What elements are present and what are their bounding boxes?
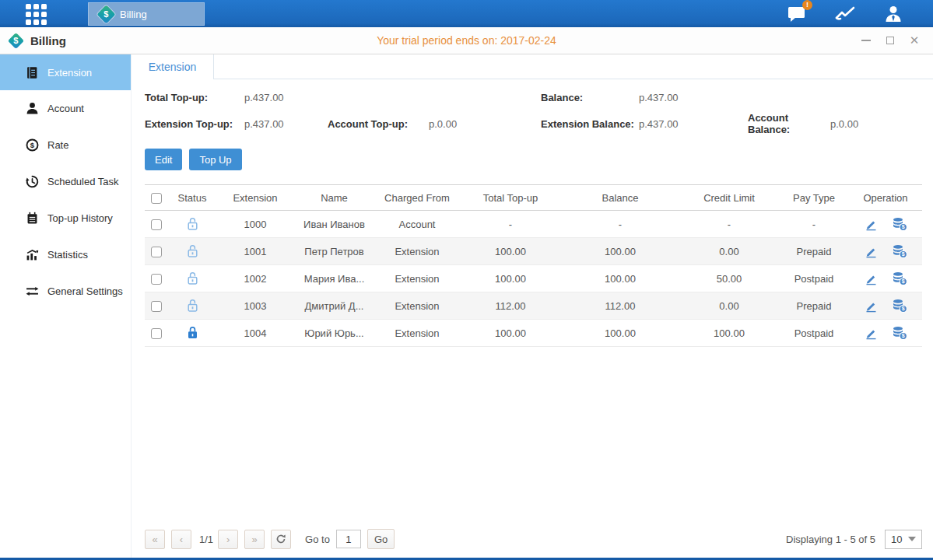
pagination-bar: « ‹ 1/1 › » Go to Go Displaying 1 - 5 of… [132,523,933,558]
top-up-icon[interactable]: $ [892,299,907,313]
clock-history-icon [26,175,39,188]
cell-charged-from: Extension [374,265,460,292]
cell-name: Иван Иванов [294,211,374,238]
refresh-button[interactable] [271,530,291,549]
go-button[interactable]: Go [367,529,395,549]
sliders-icon [26,285,39,298]
account-topup-label: Account Top-up: [328,118,429,130]
table-row: 1001 Петр Петров Extension 100.00 100.00… [145,238,922,265]
goto-page-input[interactable] [336,530,361,548]
sidebar-item-account[interactable]: Account [0,90,131,127]
table-header-row: Status Extension Name Charged From Total… [145,185,922,211]
account-balance-value: p.0.00 [830,118,922,130]
cell-total-topup: 100.00 [460,265,561,292]
sidebar-item-extension[interactable]: Extension [0,54,131,90]
sidebar-item-label: Top-up History [47,212,113,224]
header-charged-from[interactable]: Charged From [374,185,460,211]
notepad-icon [26,212,39,225]
prev-page-button[interactable]: ‹ [171,530,191,549]
first-page-button[interactable]: « [145,530,165,549]
svg-text:$: $ [30,141,35,149]
total-topup-value: p.437.00 [244,92,328,103]
top-up-icon[interactable]: $ [892,271,907,285]
displaying-info: Displaying 1 - 5 of 5 [786,534,875,545]
top-up-icon[interactable]: $ [892,326,907,340]
top-up-button[interactable]: Top Up [189,149,241,170]
balance-label: Balance: [541,92,639,103]
sidebar-item-statistics[interactable]: Statistics [0,236,131,273]
sidebar-item-label: General Settings [47,285,123,297]
sidebar-item-scheduled-task[interactable]: Scheduled Task [0,163,131,200]
close-button[interactable]: ✕ [908,34,921,47]
cell-total-topup: 112.00 [460,292,561,320]
table-row: 1004 Юрий Юрь... Extension 100.00 100.00… [145,320,922,347]
header-pay-type[interactable]: Pay Type [779,185,849,211]
svg-text:$: $ [902,251,905,257]
table-row: 1000 Иван Иванов Account - - - - [145,211,922,238]
taskbar-billing-tab[interactable]: $ Billing [88,2,205,26]
header-total-topup[interactable]: Total Top-up [460,185,561,211]
row-checkbox[interactable] [151,219,162,230]
edit-button[interactable]: Edit [145,149,182,170]
cell-extension: 1004 [216,320,294,347]
main-panel: Extension Total Top-up: p.437.00 Balance… [131,54,933,558]
cell-charged-from: Extension [374,320,460,347]
cell-total-topup: 100.00 [460,320,561,347]
select-all-checkbox[interactable] [151,193,162,204]
cell-credit-limit: 0.00 [679,292,779,320]
account-topup-value: p.0.00 [429,118,541,130]
svg-text:$: $ [902,333,905,339]
next-page-button[interactable]: › [218,530,238,549]
header-name[interactable]: Name [294,185,374,211]
edit-icon[interactable] [864,326,878,340]
header-extension[interactable]: Extension [216,185,294,211]
edit-icon[interactable] [864,299,878,313]
resource-monitor-icon[interactable] [835,5,855,23]
table-row: 1002 Мария Ива... Extension 100.00 100.0… [145,265,922,292]
header-balance[interactable]: Balance [561,185,679,211]
row-checkbox[interactable] [151,301,162,312]
cell-credit-limit: - [679,211,779,238]
tab-extension[interactable]: Extension [132,54,214,79]
cell-pay-type: Postpaid [779,320,849,347]
maximize-button[interactable] [884,34,896,47]
sidebar-item-label: Extension [47,67,92,79]
page-size-value: 10 [891,534,902,545]
edit-icon[interactable] [864,271,878,285]
svg-text:$: $ [902,306,905,312]
sidebar-item-general-settings[interactable]: General Settings [0,273,131,310]
page-size-select[interactable]: 10 [885,530,922,549]
status-lock-icon [186,271,199,283]
cell-credit-limit: 0.00 [679,238,779,265]
edit-icon[interactable] [864,217,878,231]
sidebar-item-rate[interactable]: $ Rate [0,127,131,163]
notification-badge: ! [802,0,812,10]
header-credit-limit[interactable]: Credit Limit [679,185,779,211]
extension-book-icon [26,66,39,79]
sidebar-item-label: Statistics [47,249,88,261]
messages-icon[interactable]: ! [787,5,807,23]
cell-extension: 1003 [216,292,294,320]
minimize-button[interactable] [860,34,872,47]
billing-window: $ Billing ! [0,0,933,560]
top-up-icon[interactable]: $ [892,217,907,231]
sidebar-item-topup-history[interactable]: Top-up History [0,200,131,236]
top-up-icon[interactable]: $ [892,244,907,258]
header-operation[interactable]: Operation [849,185,922,211]
edit-icon[interactable] [864,244,878,258]
cell-charged-from: Account [374,211,460,238]
extension-balance-value: p.437.00 [639,118,748,130]
cell-balance: 112.00 [561,292,679,320]
status-lock-icon [186,299,199,310]
cell-balance: 100.00 [561,265,679,292]
row-checkbox[interactable] [151,247,162,257]
last-page-button[interactable]: » [244,530,265,549]
app-launcher-icon[interactable] [26,4,55,24]
bar-chart-icon [26,248,39,261]
account-balance-label: Account Balance: [748,112,830,135]
row-checkbox[interactable] [151,274,162,285]
header-status[interactable]: Status [168,185,216,211]
row-checkbox[interactable] [151,328,162,339]
user-icon[interactable] [883,5,903,23]
cell-name: Дмитрий Д... [294,292,374,320]
